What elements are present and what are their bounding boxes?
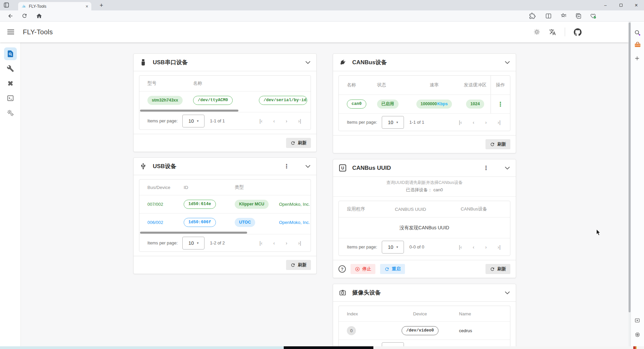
nav-repair[interactable] bbox=[4, 77, 17, 90]
card-title: USB设备 bbox=[153, 162, 278, 170]
last-page-button[interactable]: ›| bbox=[498, 244, 501, 250]
pagination: Items per page: 10▾ 1-1 of 1 |‹ ‹ › ›| bbox=[339, 113, 510, 131]
nav-terminal[interactable] bbox=[4, 92, 17, 105]
camera-table: Index Device Name 0 /dev/video0 cedrus I… bbox=[338, 306, 510, 346]
usb-vendor: OpenMoko, Inc. s bbox=[276, 202, 311, 207]
next-page-button[interactable]: › bbox=[286, 118, 287, 124]
restart-button[interactable]: 重启 bbox=[380, 264, 405, 274]
browser-tab[interactable]: FLY-Tools × bbox=[18, 2, 91, 10]
next-page-button[interactable]: › bbox=[485, 244, 487, 250]
next-page-button[interactable]: › bbox=[485, 119, 487, 125]
first-page-button[interactable]: |‹ bbox=[459, 244, 462, 250]
sidebar-tools-icon[interactable] bbox=[634, 42, 641, 48]
tab-workspaces-icon[interactable] bbox=[4, 2, 9, 8]
dropdown-arrow-icon: ▾ bbox=[197, 241, 198, 245]
window-minimize-button[interactable]: – bbox=[598, 0, 613, 10]
app-bar: FLY-Tools bbox=[0, 22, 629, 42]
page-size-select[interactable]: 10▾ bbox=[382, 116, 404, 129]
pagination: Items per page: 10▾ 1-1 of 1 |‹ ‹ › ›| bbox=[139, 112, 311, 129]
table-row[interactable]: 007/002 1d50:614e Klipper MCU OpenMoko, … bbox=[139, 195, 311, 213]
extensions-icon[interactable] bbox=[529, 13, 536, 19]
chevron-down-icon[interactable] bbox=[505, 61, 510, 64]
refresh-button[interactable]: 刷新 bbox=[486, 139, 510, 149]
tab-close-icon[interactable]: × bbox=[86, 4, 88, 9]
nav-settings[interactable] bbox=[4, 107, 17, 119]
camera-name: cedrus bbox=[456, 328, 510, 333]
sidebar-settings-gear-icon[interactable] bbox=[634, 332, 641, 338]
col-header: 名称 bbox=[190, 80, 256, 86]
back-icon[interactable] bbox=[7, 13, 14, 19]
help-icon[interactable]: ? bbox=[338, 265, 346, 273]
favorites-icon[interactable] bbox=[560, 13, 567, 19]
row-actions-kebab-icon[interactable]: ⋮ bbox=[498, 101, 504, 108]
next-page-button[interactable]: › bbox=[286, 240, 287, 246]
horizontal-scrollbar[interactable] bbox=[140, 109, 310, 112]
github-icon[interactable] bbox=[574, 28, 582, 36]
translate-icon[interactable] bbox=[549, 29, 556, 36]
refresh-button[interactable]: 刷新 bbox=[486, 264, 510, 274]
app-title: FLY-Tools bbox=[23, 28, 534, 36]
col-header: Device bbox=[384, 311, 456, 316]
collections-icon[interactable] bbox=[575, 13, 582, 19]
last-page-button[interactable]: ›| bbox=[298, 240, 301, 246]
items-per-page-label: Items per page: bbox=[147, 118, 178, 123]
chevron-down-icon[interactable] bbox=[505, 167, 510, 169]
mouse-cursor bbox=[596, 229, 601, 236]
model-chip: stm32h743xx bbox=[147, 96, 183, 105]
window-controls: – × bbox=[598, 0, 644, 10]
prev-page-button[interactable]: ‹ bbox=[473, 119, 474, 125]
horizontal-scrollbar[interactable] bbox=[140, 231, 310, 234]
sidebar-add-icon[interactable] bbox=[634, 55, 640, 61]
theme-brightness-icon[interactable] bbox=[534, 29, 540, 35]
table-row[interactable]: 006/002 1d50:606f UTOC OpenMoko, Inc. C bbox=[139, 213, 311, 231]
page-size-select[interactable]: 10▾ bbox=[182, 237, 204, 249]
new-tab-button[interactable]: + bbox=[97, 1, 105, 9]
col-header: Index bbox=[339, 311, 384, 316]
pagination: Items per page: 10▾ 1-2 of 2 |‹ ‹ › ›| bbox=[139, 234, 311, 251]
chevron-down-icon[interactable] bbox=[505, 292, 510, 294]
kebab-menu-icon[interactable]: ⋮ bbox=[483, 165, 489, 171]
scroll-thumb[interactable] bbox=[140, 232, 247, 234]
home-icon[interactable] bbox=[36, 13, 42, 19]
sidebar-screenshot-icon[interactable] bbox=[634, 317, 640, 323]
first-page-button[interactable]: |‹ bbox=[260, 118, 263, 124]
nav-device-search[interactable] bbox=[4, 47, 17, 60]
page-range: 1-2 of 2 bbox=[210, 240, 225, 245]
stop-label: 停止 bbox=[362, 266, 371, 272]
last-page-button[interactable]: ›| bbox=[498, 119, 501, 125]
window-restore-button[interactable] bbox=[613, 0, 629, 10]
page-size-select[interactable]: 10▾ bbox=[382, 241, 404, 254]
refresh-button[interactable]: 刷新 bbox=[286, 138, 311, 148]
last-page-button[interactable]: ›| bbox=[298, 118, 301, 124]
card-title: 摄像头设备 bbox=[352, 289, 499, 297]
split-screen-icon[interactable] bbox=[545, 13, 552, 19]
browser-essentials-icon[interactable] bbox=[590, 13, 597, 19]
menu-hamburger-icon[interactable] bbox=[7, 30, 14, 34]
prev-page-button[interactable]: ‹ bbox=[273, 118, 275, 124]
items-per-page-label: Items per page: bbox=[347, 244, 377, 249]
chevron-down-icon[interactable] bbox=[306, 61, 310, 64]
page-size-select[interactable]: 10▾ bbox=[382, 342, 404, 347]
table-row[interactable]: 0 /dev/video0 cedrus bbox=[339, 321, 510, 340]
chevron-down-icon[interactable] bbox=[306, 165, 310, 168]
nav-tools[interactable] bbox=[4, 62, 17, 75]
first-page-button[interactable]: |‹ bbox=[260, 240, 263, 246]
scroll-thumb[interactable] bbox=[140, 110, 238, 112]
camera-icon bbox=[339, 289, 346, 296]
prev-page-button[interactable]: ‹ bbox=[473, 244, 474, 250]
usb-type-chip: Klipper MCU bbox=[235, 200, 269, 209]
sidebar-search-icon[interactable] bbox=[634, 30, 641, 36]
restore-icon bbox=[619, 4, 623, 7]
table-row[interactable]: can0 已启用 1000000Kbps 1024 ⋮ bbox=[339, 94, 510, 113]
prev-page-button[interactable]: ‹ bbox=[273, 240, 275, 246]
reload-icon[interactable] bbox=[21, 13, 28, 19]
refresh-button[interactable]: 刷新 bbox=[286, 260, 311, 270]
first-page-button[interactable]: |‹ bbox=[459, 119, 462, 125]
table-row[interactable]: stm32h743xx /dev/ttyACM0 /dev/serial/by-… bbox=[139, 91, 311, 109]
window-close-button[interactable]: × bbox=[629, 0, 644, 10]
empty-state-text: 没有发现CANBus UUID bbox=[339, 217, 510, 238]
col-header: CANBus设备 bbox=[457, 206, 510, 212]
stop-button[interactable]: 停止 bbox=[351, 264, 375, 274]
page-size-select[interactable]: 10▾ bbox=[182, 115, 204, 127]
kebab-menu-icon[interactable]: ⋮ bbox=[284, 163, 289, 169]
